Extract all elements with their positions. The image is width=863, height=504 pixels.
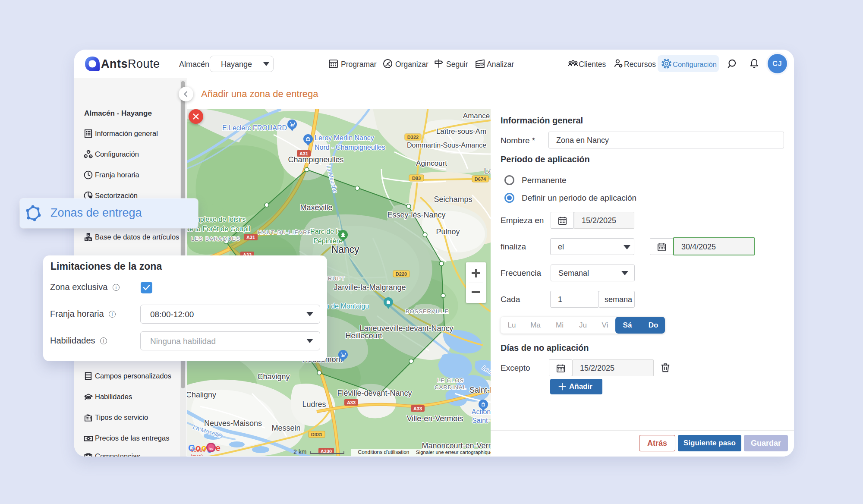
svg-text:Neuves-Maisons: Neuves-Maisons bbox=[204, 419, 262, 428]
svg-text:Dommartin-Sous-Amance: Dommartin-Sous-Amance bbox=[407, 142, 486, 149]
svg-text:D322: D322 bbox=[407, 135, 419, 140]
svg-text:Jarville-la-Malgrange: Jarville-la-Malgrange bbox=[334, 283, 406, 292]
svg-text:D220: D220 bbox=[396, 271, 407, 277]
svg-text:Action: Action bbox=[472, 408, 491, 416]
svg-text:Amance: Amance bbox=[463, 112, 490, 120]
svg-text:Leroy Merlin Nancy: Leroy Merlin Nancy bbox=[315, 134, 374, 142]
svg-text:D674: D674 bbox=[475, 176, 486, 182]
svg-text:Chavigny: Chavigny bbox=[257, 372, 290, 381]
svg-text:LE CLOS: LE CLOS bbox=[437, 377, 464, 384]
svg-text:Laître-sous-Am: Laître-sous-Am bbox=[436, 127, 486, 135]
svg-text:BOSSERVILLE: BOSSERVILLE bbox=[406, 308, 449, 315]
svg-text:Seichamps: Seichamps bbox=[434, 195, 472, 204]
svg-text:A31: A31 bbox=[299, 151, 308, 156]
svg-text:CARDINAL: CARDINAL bbox=[435, 384, 466, 391]
svg-text:mplexe de loisirs: mplexe de loisirs bbox=[194, 216, 246, 223]
svg-text:D331: D331 bbox=[311, 432, 322, 437]
svg-text:Agincourt: Agincourt bbox=[416, 159, 447, 167]
svg-text:Nancy: Nancy bbox=[331, 244, 359, 255]
svg-text:HAUT-DU-LIÈVRE: HAUT-DU-LIÈVRE bbox=[258, 229, 312, 236]
svg-text:Messein: Messein bbox=[271, 424, 300, 432]
svg-text:Essey-lès-Nancy: Essey-lès-Nancy bbox=[387, 211, 445, 219]
svg-text:Parc de la: Parc de la bbox=[310, 228, 341, 235]
svg-text:A31: A31 bbox=[246, 235, 255, 240]
svg-text:Ludres: Ludres bbox=[302, 400, 326, 409]
svg-text:D83: D83 bbox=[412, 176, 421, 181]
svg-text:E.Leclerc FROUARD: E.Leclerc FROUARD bbox=[222, 124, 287, 132]
svg-text:Saint-N: Saint-N bbox=[469, 386, 491, 394]
svg-text:LES BARAQUES: LES BARAQUES bbox=[191, 236, 241, 242]
svg-text:A33: A33 bbox=[347, 400, 356, 405]
svg-text:Saint-: Saint- bbox=[472, 417, 490, 424]
svg-text:Fléville-devant-Nancy: Fléville-devant-Nancy bbox=[337, 389, 412, 397]
svg-text:Pépinière: Pépinière bbox=[313, 237, 343, 245]
svg-text:Pulnoy: Pulnoy bbox=[436, 227, 460, 236]
svg-text:Chaligny: Chaligny bbox=[187, 391, 216, 399]
svg-text:Champigneulles: Champigneulles bbox=[288, 155, 343, 164]
svg-text:Maxéville: Maxéville bbox=[300, 203, 332, 212]
svg-text:Nord - Champigneulles: Nord - Champigneulles bbox=[315, 144, 385, 151]
svg-text:Ville-en-Vermois: Ville-en-Vermois bbox=[407, 414, 463, 423]
svg-text:Heillecourt: Heillecourt bbox=[345, 331, 382, 340]
svg-text:A33: A33 bbox=[413, 406, 422, 411]
svg-text:Lar: Lar bbox=[484, 167, 491, 175]
